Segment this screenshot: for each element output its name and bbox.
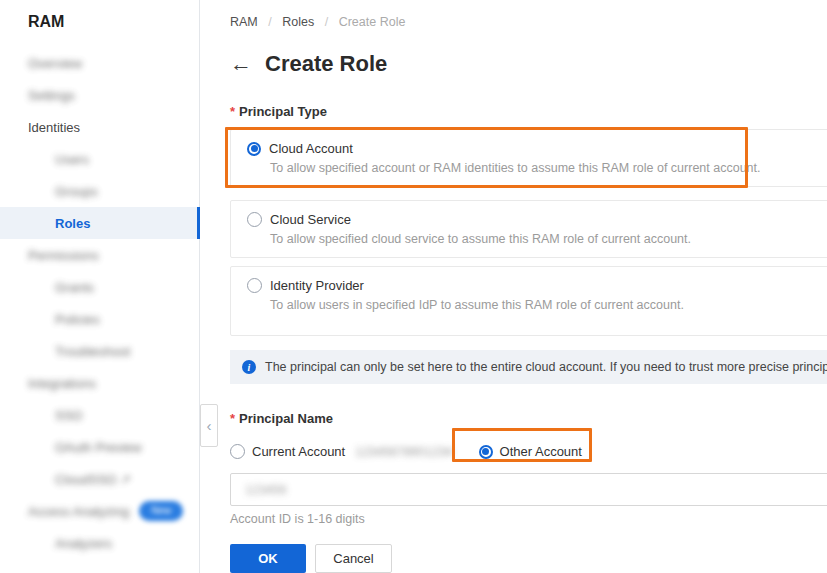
sidebar-item-settings[interactable]: Settings (0, 79, 200, 111)
main-content: RAM / Roles / Create Role ← Create Role … (230, 0, 827, 573)
back-arrow-icon[interactable]: ← (230, 51, 252, 77)
breadcrumb-roles[interactable]: Roles (282, 15, 314, 29)
sidebar-item-users[interactable]: Users (0, 143, 200, 175)
ok-button[interactable]: OK (230, 544, 306, 573)
radio-label: Other Account (500, 444, 582, 459)
radio-current-account[interactable] (230, 444, 245, 459)
required-asterisk: * (230, 104, 235, 119)
breadcrumb: RAM / Roles / Create Role (230, 0, 827, 30)
sidebar-item-label: Overview (28, 56, 82, 71)
sidebar-item-label: Integrations (28, 376, 96, 391)
sidebar: RAM OverviewSettingsIdentitiesUsersGroup… (0, 0, 200, 573)
sidebar-item-label: Grants (55, 280, 94, 295)
account-id-input[interactable]: 123456 (230, 473, 827, 506)
sidebar-item-cloudsso[interactable]: CloudSSO ↗ (0, 463, 200, 495)
form-actions: OK Cancel (230, 544, 827, 573)
chevron-left-icon: ‹ (207, 417, 212, 434)
sidebar-item-label: SSO (55, 408, 82, 423)
sidebar-item-label: Roles (55, 216, 90, 231)
sidebar-item-grants[interactable]: Grants (0, 271, 200, 303)
current-account-id: 12345678901234 (355, 445, 452, 459)
breadcrumb-ram[interactable]: RAM (230, 15, 258, 29)
info-banner: i The principal can only be set here to … (230, 350, 827, 384)
sidebar-item-label: OAuth Preview (55, 440, 142, 455)
sidebar-item-integrations[interactable]: Integrations (0, 367, 200, 399)
page-title-text: Create Role (265, 51, 387, 77)
info-icon: i (242, 360, 256, 374)
radio-cloud-service[interactable] (247, 212, 262, 227)
principal-name-radio-row: Current Account 12345678901234 Other Acc… (230, 442, 827, 461)
option-card-cloud-service[interactable]: Cloud Service To allow specified cloud s… (230, 200, 827, 258)
sidebar-item-label: Access Analyzing (28, 504, 129, 519)
breadcrumb-current: Create Role (339, 15, 406, 29)
breadcrumb-separator: / (268, 15, 271, 29)
option-description: To allow specified account or RAM identi… (270, 160, 824, 176)
sidebar-item-label: Troubleshoot (55, 344, 130, 359)
sidebar-item-label: Groups (55, 184, 98, 199)
info-banner-text: The principal can only be set here to th… (265, 360, 827, 374)
breadcrumb-separator: / (325, 15, 328, 29)
option-label: Identity Provider (270, 277, 364, 294)
app-title: RAM (28, 13, 64, 31)
sidebar-item-overview[interactable]: Overview (0, 47, 200, 79)
sidebar-item-label: Settings (28, 88, 75, 103)
radio-option-current-account[interactable]: Current Account 12345678901234 (230, 444, 453, 459)
sidebar-item-policies[interactable]: Policies (0, 303, 200, 335)
sidebar-item-troubleshoot[interactable]: Troubleshoot (0, 335, 200, 367)
sidebar-item-label: Identities (28, 120, 80, 135)
sidebar-item-sso[interactable]: SSO (0, 399, 200, 431)
option-label: Cloud Service (270, 211, 351, 228)
sidebar-item-label: Users (55, 152, 89, 167)
radio-identity-provider[interactable] (247, 278, 262, 293)
radio-option-other-account[interactable]: Other Account (479, 444, 582, 459)
new-badge: New (139, 501, 183, 521)
option-description: To allow specified cloud service to assu… (270, 231, 824, 247)
radio-label: Current Account (252, 444, 345, 459)
radio-cloud-account[interactable] (247, 142, 261, 156)
required-asterisk: * (230, 411, 235, 426)
sidebar-item-roles[interactable]: Roles (0, 207, 200, 239)
sidebar-item-oauth-preview[interactable]: OAuth Preview (0, 431, 200, 463)
cancel-button[interactable]: Cancel (315, 544, 392, 573)
sidebar-collapse-handle[interactable]: ‹ (200, 404, 218, 447)
account-id-input-value: 123456 (245, 483, 287, 497)
sidebar-item-label: Policies (55, 312, 100, 327)
account-id-helper-text: Account ID is 1-16 digits (230, 512, 827, 527)
sidebar-item-label: CloudSSO ↗ (55, 472, 131, 487)
option-label: Cloud Account (269, 140, 353, 157)
sidebar-item-groups[interactable]: Groups (0, 175, 200, 207)
principal-type-label: *Principal Type (230, 104, 827, 120)
sidebar-nav: OverviewSettingsIdentitiesUsersGroupsRol… (0, 47, 200, 559)
sidebar-item-permissions[interactable]: Permissions (0, 239, 200, 271)
sidebar-item-identities[interactable]: Identities (0, 111, 200, 143)
radio-other-account[interactable] (479, 445, 493, 459)
sidebar-item-access-analyzing[interactable]: Access AnalyzingNew (0, 495, 200, 527)
option-card-cloud-account[interactable]: Cloud Account To allow specified account… (230, 129, 827, 187)
option-description: To allow users in specified IdP to assum… (270, 297, 824, 313)
principal-name-label: *Principal Name (230, 411, 827, 427)
page-title: ← Create Role (230, 51, 827, 77)
sidebar-item-label: Permissions (28, 248, 99, 263)
sidebar-item-analyzers[interactable]: Analyzers (0, 527, 200, 559)
option-card-identity-provider[interactable]: Identity Provider To allow users in spec… (230, 266, 827, 336)
sidebar-item-label: Analyzers (55, 536, 112, 551)
